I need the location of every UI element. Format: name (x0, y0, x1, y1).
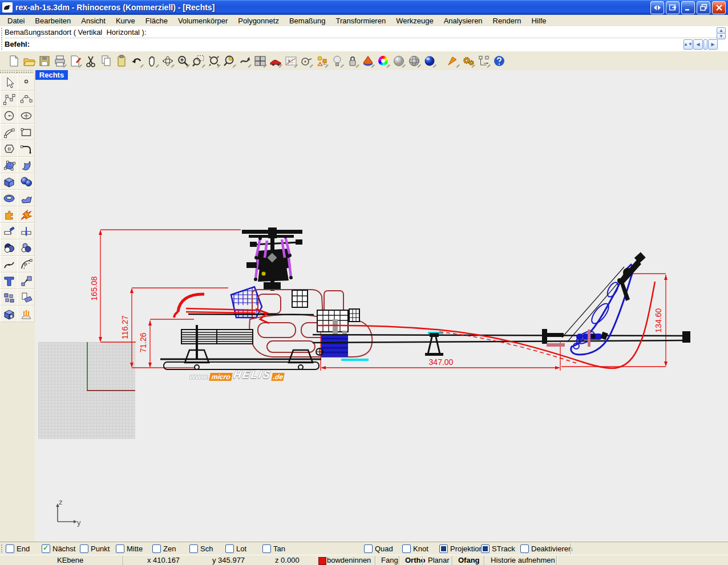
menu-datei[interactable]: Datei (2, 15, 30, 26)
paste-icon[interactable] (114, 54, 129, 68)
pan-view-icon[interactable] (144, 54, 160, 68)
viewport-layout-icon[interactable] (252, 54, 268, 68)
lamp-visibility-icon[interactable] (329, 54, 345, 68)
osnap-knot[interactable]: Knot (402, 544, 428, 553)
fillet-curve-icon[interactable] (17, 140, 35, 157)
osnap-strack[interactable]: STrack (481, 544, 515, 553)
osnap-projektion-checkbox[interactable] (439, 544, 448, 553)
blocks-icon[interactable] (0, 289, 18, 306)
menu-flaeche[interactable]: Fläche (140, 15, 173, 26)
zoom-window-icon[interactable] (191, 54, 206, 68)
box-icon[interactable] (0, 173, 18, 190)
osnap-deaktivieren[interactable]: Deaktivieren (520, 544, 572, 553)
fang-pane[interactable]: Fang (381, 556, 398, 564)
history-scroll-down-icon[interactable]: ▼ (717, 33, 726, 39)
control-point-curve-icon[interactable] (0, 91, 18, 107)
osnap-mitte[interactable]: Mitte (116, 544, 143, 553)
osnap-tan[interactable]: Tan (262, 544, 285, 553)
osnap-end-checkbox[interactable] (6, 544, 14, 553)
solid-tools-icon[interactable] (0, 306, 18, 322)
help-icon[interactable] (491, 54, 507, 68)
osnap-naechst[interactable]: Nächst (42, 544, 75, 553)
ghosted-viewport-icon[interactable] (406, 54, 422, 68)
osnap-strack-checkbox[interactable] (481, 544, 490, 553)
viewport-rechts[interactable]: 165.08 116.27 71.26 347.00 134.60 (35, 70, 728, 542)
prompt-scroll-left-icon[interactable]: ◄ (693, 39, 703, 50)
rotate-view-icon[interactable] (160, 54, 175, 68)
osnap-deaktivieren-checkbox[interactable] (520, 544, 529, 553)
menu-rendern[interactable]: Rendern (488, 15, 527, 26)
color-wheel-icon[interactable] (375, 54, 391, 68)
rendered-viewport-icon[interactable] (422, 54, 437, 68)
sidebar-grip-right[interactable] (17, 70, 33, 74)
osnap-projektion[interactable]: Projektion (439, 544, 483, 553)
cut-icon[interactable] (83, 54, 98, 68)
explode-icon[interactable] (17, 206, 35, 223)
patch-icon[interactable] (17, 190, 35, 206)
undo-view-icon[interactable] (237, 54, 252, 68)
osnap-sch[interactable]: Sch (189, 544, 213, 553)
sidebar-grip-left[interactable] (0, 70, 17, 74)
osnap-zen[interactable]: Zen (152, 544, 176, 553)
osnap-end[interactable]: End (6, 544, 30, 553)
curved-surface-icon[interactable] (17, 157, 35, 173)
ellipse-icon[interactable] (17, 107, 35, 124)
set-cplane-icon[interactable] (298, 54, 314, 68)
interpolate-curve-icon[interactable] (17, 91, 35, 107)
close-icon[interactable] (712, 1, 726, 14)
selection-filter-icon[interactable] (314, 54, 329, 68)
blend-curve-icon[interactable] (0, 256, 18, 273)
shear-icon[interactable] (17, 289, 35, 306)
point-icon[interactable] (17, 74, 35, 91)
minimize-button[interactable] (681, 1, 695, 14)
current-layer-pane[interactable]: bowdeninnen (327, 556, 371, 564)
osnap-lot-checkbox[interactable] (225, 544, 234, 553)
circle-icon[interactable] (0, 107, 18, 124)
osnap-sch-checkbox[interactable] (189, 544, 198, 553)
command-prompt-line[interactable]: Befehl: (5, 38, 717, 50)
osnap-quad[interactable]: Quad (364, 544, 393, 553)
boolean-difference-icon[interactable] (0, 239, 18, 256)
prompt-scroll-right-icon[interactable]: ► (708, 39, 718, 50)
lock-objects-icon[interactable] (345, 54, 360, 68)
cplane-pane[interactable]: KEbene (57, 556, 83, 564)
surface-from-points-icon[interactable] (0, 157, 18, 173)
menu-ansicht[interactable]: Ansicht (76, 15, 111, 26)
render-preview-icon[interactable] (445, 54, 460, 68)
select-icon[interactable] (0, 74, 18, 91)
polygon-icon[interactable] (0, 140, 18, 157)
zoom-extents-icon[interactable] (206, 54, 221, 68)
osnap-lot[interactable]: Lot (225, 544, 246, 553)
named-views-icon[interactable] (268, 54, 283, 68)
torus-icon[interactable] (0, 190, 18, 206)
menu-analysieren[interactable]: Analysieren (439, 15, 488, 26)
menu-hilfe[interactable]: Hilfe (526, 15, 551, 26)
print-icon[interactable] (52, 54, 67, 68)
planar-pane[interactable]: Planar (428, 556, 450, 564)
text-icon[interactable] (0, 273, 18, 289)
scale-icon[interactable] (17, 273, 35, 289)
layer-color-swatch[interactable] (318, 557, 326, 565)
copy-icon[interactable] (98, 54, 114, 68)
menu-werkzeuge[interactable]: Werkzeuge (391, 15, 439, 26)
arc-icon[interactable] (0, 124, 18, 140)
trim-icon[interactable] (0, 223, 18, 239)
osnap-tan-checkbox[interactable] (262, 544, 271, 553)
menu-kurve[interactable]: Kurve (111, 15, 140, 26)
cplane-plan-icon[interactable] (283, 54, 298, 68)
rectangle-icon[interactable] (17, 124, 35, 140)
dimension-tools-icon[interactable] (476, 54, 491, 68)
array-icon[interactable] (17, 306, 35, 322)
ofang-pane[interactable]: Ofang (458, 556, 480, 564)
options-gears-icon[interactable] (460, 54, 476, 68)
prompt-grip[interactable] (703, 39, 707, 50)
undo-icon[interactable] (129, 54, 144, 68)
save-file-icon[interactable] (37, 54, 52, 68)
osnap-mitte-checkbox[interactable] (116, 544, 124, 553)
offset-curve-icon[interactable] (17, 256, 35, 273)
menu-polygonnetz[interactable]: Polygonnetz (233, 15, 284, 26)
menu-bemassung[interactable]: Bemaßung (284, 15, 331, 26)
menu-transformieren[interactable]: Transformieren (331, 15, 391, 26)
export-icon[interactable] (67, 54, 83, 68)
boolean-union-icon[interactable] (17, 239, 35, 256)
